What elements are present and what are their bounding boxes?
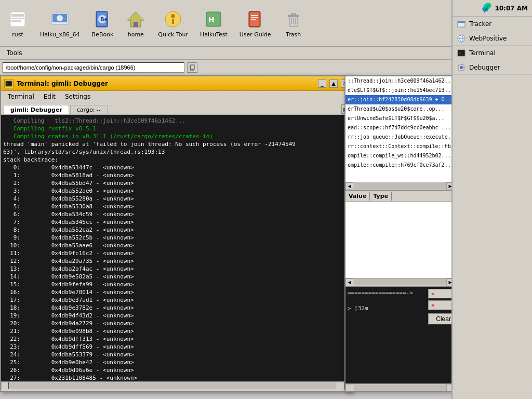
taskbar: rust Haiku_x86_64 Be BeBook — [0, 0, 452, 47]
taskbar-icon-haiku-test[interactable]: H HaikuTest — [198, 7, 230, 40]
right-panel-header: 10:07 AM — [453, 0, 532, 17]
stack-item-8[interactable]: ompile::compile_ws::hd44952b02... — [345, 151, 454, 161]
webpositive-icon — [457, 34, 466, 43]
svg-text:>_: >_ — [458, 51, 463, 55]
taskbar-icon-rust[interactable]: rust — [5, 7, 30, 40]
terminal-line-22: 16: 0x4db9e70014 - <unknown> — [3, 288, 342, 296]
stack-item-7[interactable]: rr::context::Context::compile::hb... — [345, 142, 454, 151]
taskbar-icon-bebook[interactable]: Be BeBook — [90, 7, 116, 40]
terminal-menubar: Terminal Edit Settings — [1, 91, 352, 102]
debugger-panel: ::Thread::join::h3ce009f46a1462... dle$L… — [344, 75, 463, 392]
right-panel-item-debugger[interactable]: Debugger — [453, 60, 532, 75]
terminal-tab-debugger[interactable]: gimli: Debugger — [4, 105, 69, 114]
terminal-minimize-button[interactable]: _ — [318, 79, 326, 88]
terminal-zoom-button[interactable]: ▲ — [329, 79, 338, 88]
stack-item-9[interactable]: ompile::compile::h769cf0ce73af2... — [345, 161, 454, 170]
terminal-line-24: 18: 0x4db9e3782e - <unknown> — [3, 304, 342, 312]
svg-point-44 — [460, 66, 463, 69]
terminal-window-icon: >_ — [5, 80, 12, 87]
tracker-icon — [457, 19, 466, 29]
taskbar-icon-quick-tour[interactable]: Quick Tour — [156, 7, 190, 40]
terminal-scrollbar-h[interactable]: ◀ ▶ — [1, 381, 344, 389]
terminal-line-26: 20: 0x4db9da2729 - <unknown> — [3, 320, 342, 327]
file-path-input[interactable] — [3, 62, 184, 73]
svg-text:>_: >_ — [6, 82, 11, 86]
terminal-line-14: 8: 0x4dba552ca2 - <unknown> — [3, 226, 342, 234]
taskbar-icon-bebook-label: BeBook — [92, 31, 114, 38]
taskbar-icon-haiku-test-label: HaikuTest — [200, 31, 228, 38]
debugger-output-hthumb — [354, 384, 446, 391]
stack-item-1[interactable]: dle$LT$T$GT$::join::he154bec713... — [345, 86, 454, 95]
terminal-menu-edit[interactable]: Edit — [39, 92, 60, 101]
terminal-line-15: 9: 0x4dba552c5b - <unknown> — [3, 234, 342, 242]
terminal-title-icon: >_ — [4, 79, 14, 88]
system-clock: 10:07 AM — [495, 5, 528, 12]
debugger-stack-section: ::Thread::join::h3ce009f46a1462... dle$L… — [345, 76, 462, 191]
debugger-vars-value-header: Value — [345, 192, 370, 201]
svg-rect-3 — [11, 20, 21, 22]
terminal-tab-cargo[interactable]: cargo: -- — [70, 105, 108, 114]
taskbar-icon-haiku-x86-64[interactable]: Haiku_x86_64 — [38, 7, 82, 40]
terminal-line-0: Compiling tls2::Thread::join::h3ce009f46… — [3, 117, 342, 125]
svg-point-14 — [171, 14, 175, 18]
right-panel-item-terminal[interactable]: >_ Terminal — [453, 46, 532, 60]
taskbar-icon-home[interactable]: home — [123, 7, 148, 40]
terminal-text-area: Compiling tls2::Thread::join::h3ce009f46… — [1, 115, 344, 381]
terminal-tabs: gimli: Debugger cargo: -- ▶ — [1, 102, 352, 115]
taskbar-icon-user-guide[interactable]: User Guide — [237, 7, 273, 40]
debugger-vars-hscroll[interactable]: ◀ ▶ — [345, 278, 454, 286]
haiku-test-icon: H — [203, 9, 224, 30]
terminal-scroll-left-arrow[interactable]: ◀ — [1, 382, 9, 389]
debugger-output-hscroll[interactable]: ◀ ▶ — [345, 383, 454, 391]
right-panel-item-webpositive[interactable]: WebPositive — [453, 31, 532, 46]
terminal-line-30: 24: 0x4dba553379 - <unknown> — [3, 351, 342, 358]
copy-path-button[interactable] — [187, 62, 197, 73]
terminal-scroll-right-arrow[interactable]: ▶ — [337, 382, 344, 389]
debugger-output-scroll-left[interactable]: ◀ — [345, 384, 353, 391]
stack-item-5[interactable]: ead::scope::hf7d7ddc9cc0eabbc ... — [345, 123, 454, 132]
tools-menu-item[interactable]: Tools — [3, 48, 26, 58]
copy-icon — [189, 64, 195, 71]
right-panel-item-tracker[interactable]: Tracker — [453, 17, 532, 31]
terminal-titlebar: >_ Terminal: gimli: Debugger _ ▲ ✕ — [1, 76, 352, 91]
terminal-line-20: 14: 0x4db9e582a5 - <unknown> — [3, 273, 342, 281]
trash-icon — [283, 9, 304, 30]
terminal-line-12: 6: 0x4dba534c59 - <unknown> — [3, 210, 342, 218]
terminal-title-text: Terminal: gimli: Debugger — [17, 80, 315, 87]
svg-rect-30 — [191, 65, 194, 69]
terminal-line-11: 5: 0x4dba5530a8 - <unknown> — [3, 203, 342, 210]
debugger-stack-hscrollbar[interactable]: ◀ ▶ — [345, 182, 454, 190]
debugger-vars-hthumb — [354, 279, 446, 285]
terminal-line-9: 3: 0x4dba552ae0 - <unknown> — [3, 187, 342, 195]
rust-icon — [7, 9, 28, 30]
terminal-line-28: 22: 0x4db9dff313 - <unknown> — [3, 335, 342, 343]
stderr-x-icon: ✕ — [431, 302, 435, 309]
stack-item-3[interactable]: erThread$u20$as$u20$core..op... — [345, 104, 454, 114]
svg-rect-15 — [172, 19, 174, 24]
terminal-line-31: 25: 0x4db9e0be42 - <unknown> — [3, 358, 342, 366]
terminal-line-18: 12: 0x4dba29a735 - <unknown> — [3, 257, 342, 265]
terminal-line-32: 26: 0x4db9d96a6e - <unknown> — [3, 366, 342, 374]
terminal-line-23: 17: 0x4db9e37ad1 - <unknown> — [3, 296, 342, 304]
webpositive-label: WebPositive — [469, 35, 507, 42]
svg-rect-37 — [458, 21, 465, 23]
debugger-vars-scroll-left[interactable]: ◀ — [345, 278, 353, 286]
terminal-menu-settings[interactable]: Settings — [61, 92, 95, 101]
taskbar-icon-trash[interactable]: Trash — [281, 7, 306, 40]
stack-item-4[interactable]: ertUnwindSafe$LT$F$GT$$u20$a... — [345, 114, 454, 123]
home-icon — [125, 9, 146, 30]
terminal-menu-terminal[interactable]: Terminal — [4, 92, 38, 101]
stack-item-2[interactable]: er::join::hf242830d08db9639 + 0... — [345, 95, 454, 104]
stack-item-6[interactable]: rr::job_queue::JobQueue::execute... — [345, 132, 454, 142]
stack-item-0[interactable]: ::Thread::join::h3ce009f46a1462... — [345, 76, 454, 86]
terminal-line-21: 15: 0x4db9fefa99 - <unknown> — [3, 281, 342, 288]
haiku-x86-64-icon — [49, 9, 70, 30]
terminal-content[interactable]: Compiling tls2::Thread::join::h3ce009f46… — [1, 115, 352, 389]
terminal-line-8: 2: 0x4dba55bd47 - <unknown> — [3, 179, 342, 187]
svg-point-6 — [57, 15, 63, 21]
debug-output-line-0: =================-> — [348, 289, 410, 297]
right-panel-app-list: Tracker WebPositive >_ Terminal — [453, 17, 532, 75]
debugger-stack-scroll-left[interactable]: ◀ — [345, 182, 353, 190]
taskbar-icon-user-guide-label: User Guide — [240, 31, 271, 38]
taskbar-icon-trash-label: Trash — [286, 31, 301, 38]
